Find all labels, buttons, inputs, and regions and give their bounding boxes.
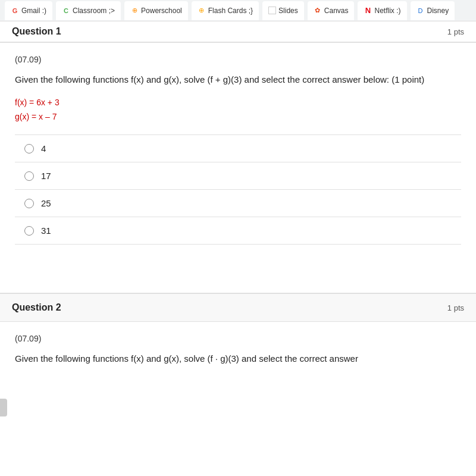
choice-a-label: 4	[41, 143, 46, 154]
flashcards-icon: ⊕	[198, 7, 206, 15]
left-edge-indicator	[0, 399, 7, 416]
question1-pts: 1 pts	[447, 27, 464, 36]
choice-c-label: 25	[41, 198, 51, 208]
choice-d-label: 31	[41, 226, 51, 236]
tab-canvas[interactable]: ✿ Canvas	[308, 1, 355, 20]
choice-d[interactable]: 31	[15, 217, 461, 245]
powerschool-icon: ⊕	[130, 7, 139, 15]
tab-powerschool-label: Powerschool	[141, 7, 182, 15]
question2-header: Question 2 1 pts	[0, 293, 476, 322]
choice-c[interactable]: 25	[15, 190, 461, 217]
choices-container: 4 17 25 31	[15, 134, 461, 245]
tab-disney[interactable]: D Disney	[411, 1, 455, 20]
tab-canvas-label: Canvas	[324, 7, 349, 15]
question1-function2: g(x) = x – 7	[15, 112, 461, 121]
radio-b[interactable]	[24, 171, 34, 181]
radio-a[interactable]	[24, 144, 34, 154]
tab-powerschool[interactable]: ⊕ Powerschool	[124, 1, 188, 20]
tab-slides[interactable]: □ Slides	[262, 1, 304, 20]
question1-title: Question 1	[12, 26, 61, 37]
tab-classroom[interactable]: C Classroom ;>	[56, 1, 121, 20]
tab-flashcards[interactable]: ⊕ Flash Cards ;}	[192, 1, 259, 20]
netflix-icon: N	[364, 7, 372, 15]
question1-body: (07.09) Given the following functions f(…	[0, 43, 476, 293]
question2-section-code: (07.09)	[15, 334, 461, 343]
disney-icon: D	[416, 7, 425, 15]
canvas-icon: ✿	[314, 7, 322, 15]
tab-netflix[interactable]: N Netflix :)	[358, 1, 406, 20]
question2-text: Given the following functions f(x) and g…	[15, 352, 461, 366]
radio-d[interactable]	[24, 226, 34, 236]
tab-gmail[interactable]: G Gmail :)	[5, 1, 52, 20]
question2-title: Question 2	[12, 302, 61, 313]
browser-toolbar: G Gmail :) C Classroom ;> ⊕ Powerschool …	[0, 0, 476, 21]
choice-b-label: 17	[41, 171, 51, 181]
tab-slides-label: Slides	[278, 7, 298, 15]
question2-body: (07.09) Given the following functions f(…	[0, 322, 476, 378]
tab-netflix-label: Netflix :)	[374, 7, 400, 15]
question1-text: Given the following functions f(x) and g…	[15, 73, 461, 87]
question2-pts: 1 pts	[447, 303, 464, 312]
main-content: Question 1 1 pts (07.09) Given the follo…	[0, 21, 476, 378]
question1-header: Question 1 1 pts	[0, 21, 476, 43]
radio-c[interactable]	[24, 199, 34, 208]
question1-function1: f(x) = 6x + 3	[15, 98, 461, 107]
slides-icon: □	[268, 7, 276, 14]
gmail-icon: G	[11, 7, 19, 15]
tab-classroom-label: Classroom ;>	[73, 7, 115, 15]
choice-a[interactable]: 4	[15, 135, 461, 162]
tab-flashcards-label: Flash Cards ;}	[208, 7, 253, 15]
question1-section-code: (07.09)	[15, 55, 461, 64]
tab-gmail-label: Gmail :)	[21, 7, 46, 15]
classroom-icon: C	[62, 7, 70, 15]
tab-disney-label: Disney	[427, 7, 449, 15]
choice-b[interactable]: 17	[15, 162, 461, 190]
